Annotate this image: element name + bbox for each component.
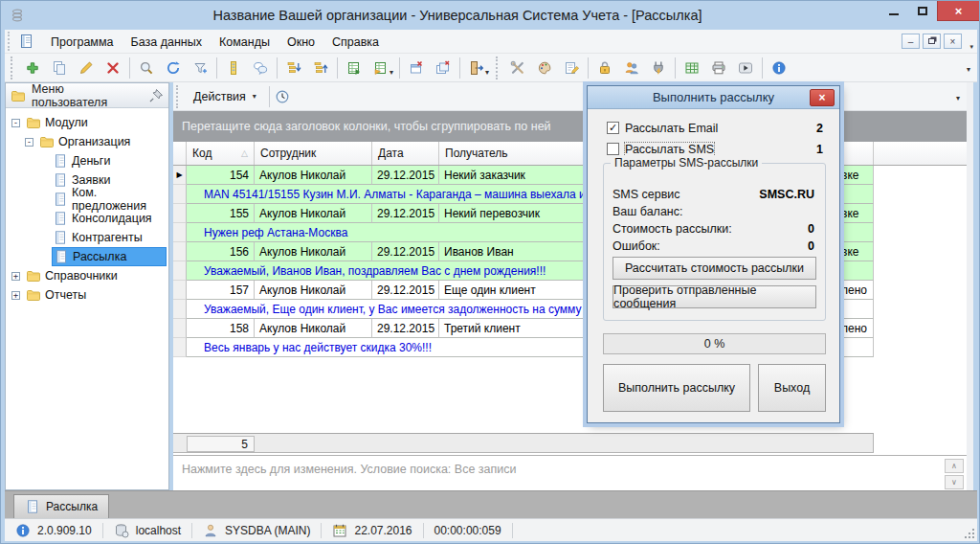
print-icon[interactable] bbox=[705, 56, 732, 80]
filter-bar[interactable]: Нажмите здесь для изменения. Условие пои… bbox=[173, 455, 967, 490]
dialog-title-bar[interactable]: Выполнить рассылку bbox=[588, 86, 839, 109]
column-header-сотрудник[interactable]: Сотрудник bbox=[255, 142, 372, 165]
calc-cost-button[interactable]: Рассчитать стоимость рассылки bbox=[612, 257, 816, 280]
filter-scroll-up-button[interactable]: ∧ bbox=[945, 459, 964, 473]
document-icon bbox=[53, 153, 68, 169]
lock-icon[interactable] bbox=[591, 56, 618, 80]
column-header-получатель[interactable]: Получатель bbox=[439, 142, 594, 165]
maximize-button[interactable] bbox=[908, 1, 937, 21]
run-mailing-button[interactable]: Выполнить рассылку bbox=[603, 364, 750, 412]
menu-bar: ПрограммаБаза данныхКомандыОкноСправка –… bbox=[5, 30, 977, 54]
menu-item-справка[interactable]: Справка bbox=[323, 32, 388, 53]
column-header-код[interactable]: Код△ bbox=[187, 142, 255, 165]
dropdown-arrow-icon[interactable]: ▾ bbox=[485, 68, 489, 77]
close-button[interactable]: × bbox=[937, 1, 980, 21]
check-sent-button[interactable]: Проверить отправленные сообщения bbox=[612, 285, 816, 308]
actions-menu-button[interactable]: Действия ▾ bbox=[186, 86, 264, 107]
search-icon[interactable] bbox=[133, 56, 160, 80]
menu-item-программа[interactable]: Программа bbox=[42, 32, 122, 53]
dialog-title: Выполнить рассылку bbox=[653, 90, 774, 104]
filter-icon[interactable] bbox=[187, 56, 213, 80]
tools-icon[interactable] bbox=[504, 56, 531, 80]
cell-date: 29.12.2015 bbox=[372, 242, 439, 261]
collapse-tree-icon[interactable] bbox=[307, 56, 334, 80]
column-settings-icon[interactable] bbox=[220, 56, 247, 80]
email-checkbox-label[interactable]: Рассылать Email bbox=[625, 122, 718, 135]
table-icon[interactable] bbox=[679, 56, 705, 80]
row-indicator bbox=[173, 204, 187, 223]
users-icon[interactable] bbox=[618, 56, 645, 80]
window-title: Название Вашей организации - Универсальн… bbox=[58, 1, 857, 30]
errors-label: Ошибок: bbox=[612, 239, 660, 253]
column-header-дата[interactable]: Дата bbox=[372, 142, 439, 165]
toolbar-overflow-icon[interactable]: ▾ bbox=[967, 65, 970, 74]
sidebar-item-модули[interactable]: -Модули bbox=[6, 113, 168, 132]
sidebar-item-консолидация[interactable]: Консолидация bbox=[6, 209, 168, 228]
sidebar-item-отчеты[interactable]: +Отчеты bbox=[6, 285, 168, 305]
sms-checkbox[interactable] bbox=[607, 143, 619, 155]
close-window-icon[interactable] bbox=[403, 56, 430, 80]
export-excel-icon[interactable] bbox=[341, 56, 368, 80]
menu-item-база-данных[interactable]: База данных bbox=[122, 32, 211, 53]
expand-tree-icon[interactable] bbox=[280, 56, 307, 80]
cell-recipient: Иванов Иван bbox=[439, 242, 594, 261]
add-record-icon[interactable] bbox=[19, 56, 46, 80]
cell-employee: Акулов Николай bbox=[255, 166, 372, 185]
actions-overflow-icon[interactable]: ▾ bbox=[956, 94, 960, 102]
resize-grip[interactable] bbox=[965, 529, 975, 539]
tree-expander[interactable]: + bbox=[11, 291, 20, 300]
email-checkbox[interactable]: ✓ bbox=[607, 122, 619, 134]
row-indicator bbox=[173, 300, 187, 319]
close-all-windows-icon[interactable] bbox=[430, 56, 457, 80]
child-window-icon bbox=[19, 34, 34, 49]
folder-icon bbox=[26, 287, 41, 303]
sidebar-item-организация[interactable]: -Организация bbox=[6, 132, 168, 151]
edit-record-icon[interactable] bbox=[73, 56, 100, 80]
comments-icon[interactable] bbox=[247, 56, 274, 80]
sms-checkbox-label[interactable]: Рассылать SMS bbox=[625, 143, 714, 156]
sidebar-item-контрагенты[interactable]: Контрагенты bbox=[6, 228, 168, 247]
tab-rassylka[interactable]: Рассылка bbox=[13, 494, 109, 518]
exit-button[interactable]: Выход bbox=[758, 364, 826, 412]
refresh-icon[interactable] bbox=[160, 56, 187, 80]
form-editor-icon[interactable] bbox=[558, 56, 585, 80]
sidebar-item-деньги[interactable]: Деньги bbox=[6, 151, 168, 170]
about-icon[interactable] bbox=[766, 56, 792, 80]
filter-scroll-down-button[interactable]: ∨ bbox=[945, 475, 964, 489]
tree-expander[interactable]: - bbox=[11, 119, 20, 127]
theme-palette-icon[interactable] bbox=[531, 56, 558, 80]
sidebar-item-ком-предложения[interactable]: Ком. предложения bbox=[6, 190, 168, 209]
tree-item-label: Ком. предложения bbox=[72, 186, 164, 213]
toolbar-grip bbox=[496, 57, 501, 79]
dialog-close-button[interactable]: × bbox=[810, 89, 835, 106]
menubar-overflow-icon[interactable]: ▾ bbox=[969, 43, 973, 51]
errors-value: 0 bbox=[808, 239, 814, 253]
dropdown-arrow-icon[interactable]: ▾ bbox=[390, 68, 393, 77]
pin-icon[interactable] bbox=[148, 88, 164, 103]
menu-item-окно[interactable]: Окно bbox=[278, 32, 323, 53]
mdi-close-button[interactable]: × bbox=[944, 34, 962, 49]
toolbar-separator bbox=[399, 57, 400, 79]
row-indicator bbox=[173, 185, 187, 204]
minimize-button[interactable] bbox=[880, 1, 908, 21]
tree-expander[interactable]: - bbox=[25, 138, 33, 147]
sidebar-item-рассылка[interactable]: Рассылка bbox=[6, 247, 168, 266]
copy-record-icon[interactable] bbox=[46, 56, 73, 80]
tree-expander[interactable]: + bbox=[11, 272, 20, 281]
tree-item-label: Справочники bbox=[45, 269, 118, 283]
toolbar-separator bbox=[337, 57, 338, 79]
power-icon[interactable] bbox=[645, 56, 672, 80]
sms-service-value: SMSC.RU bbox=[759, 188, 814, 201]
folder-icon bbox=[11, 88, 26, 103]
video-help-icon[interactable] bbox=[732, 56, 759, 80]
progress-value: 0 % bbox=[704, 337, 725, 351]
menu-item-команды[interactable]: Команды bbox=[211, 32, 278, 53]
application-window: Название Вашей организации - Универсальн… bbox=[0, 0, 980, 544]
delete-record-icon[interactable] bbox=[100, 56, 126, 80]
sidebar-item-справочники[interactable]: +Справочники bbox=[6, 266, 168, 285]
mdi-minimize-button[interactable]: – bbox=[902, 34, 920, 49]
mdi-restore-button[interactable] bbox=[923, 34, 941, 49]
schedule-clock-icon[interactable] bbox=[275, 89, 290, 104]
group-by-band[interactable]: Перетащите сюда заголовок колонки, чтобы… bbox=[173, 111, 967, 142]
toolbar-separator bbox=[459, 57, 460, 79]
